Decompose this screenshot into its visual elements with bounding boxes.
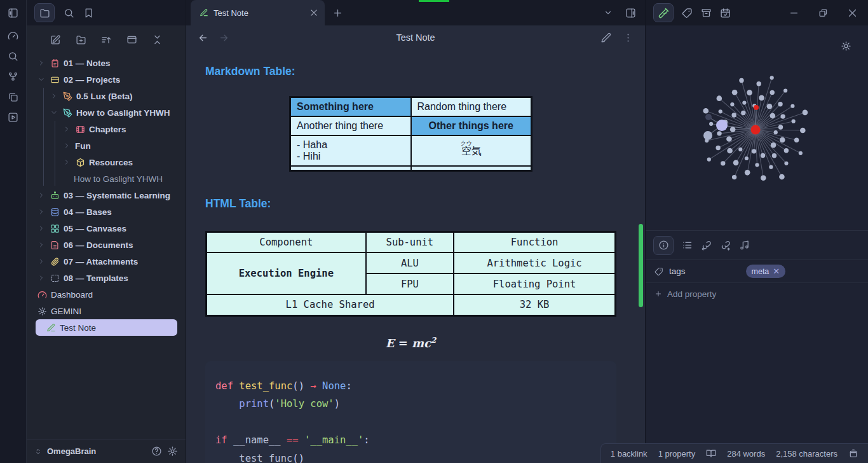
note-content[interactable]: Markdown Table: Something here Random th… — [186, 50, 645, 463]
remove-tag-icon[interactable]: ✕ — [773, 266, 780, 276]
minimize-icon[interactable] — [789, 8, 799, 18]
settings-icon[interactable] — [167, 446, 178, 457]
editor-scrollbar-thumb[interactable] — [639, 224, 643, 307]
file-text-icon — [50, 240, 60, 250]
local-graph[interactable] — [646, 25, 868, 230]
archive-pane-icon[interactable] — [701, 8, 712, 18]
graph-settings-icon[interactable] — [841, 41, 851, 52]
tree-item-04-bases[interactable]: 04 — Bases — [27, 204, 182, 220]
tree-item-label: 05 — Canvases — [64, 224, 126, 233]
new-tab-icon[interactable] — [332, 8, 343, 18]
collapse-all-icon[interactable] — [152, 34, 163, 45]
files-tab-active[interactable] — [34, 3, 55, 22]
file-tree: 01 — Notes02 — Projects0.5 Lux (Beta)How… — [27, 53, 186, 439]
vault-chevrons-icon — [34, 448, 42, 455]
restore-window-icon[interactable] — [818, 8, 829, 18]
search-ribbon-icon[interactable] — [8, 51, 18, 62]
note-view-tab-active[interactable] — [653, 3, 674, 22]
tree-item-03-systematic-learning[interactable]: 03 — Systematic Learning — [27, 187, 182, 204]
auto-reveal-icon[interactable] — [126, 34, 137, 45]
md-cell: Random thing there — [411, 97, 532, 117]
chevron-right-icon[interactable] — [62, 158, 71, 166]
character-count[interactable]: 2,158 characters — [776, 449, 837, 459]
chevron-right-icon[interactable] — [50, 92, 58, 100]
tree-item-test-note[interactable]: Test Note — [36, 319, 177, 336]
card-icon — [50, 75, 60, 85]
md-cell-ruby: 空クウ気 — [411, 135, 532, 166]
close-tab-icon[interactable] — [309, 8, 318, 17]
tree-item-fun[interactable]: Fun — [27, 137, 182, 154]
vault-switcher[interactable]: OmegaBrain — [27, 439, 186, 463]
properties-tabs — [646, 231, 868, 260]
property-count[interactable]: 1 property — [658, 449, 696, 459]
backlink-count[interactable]: 1 backlink — [611, 449, 648, 459]
code-line: test_func() — [215, 450, 606, 463]
chevron-right-icon[interactable] — [37, 258, 46, 265]
tree-item-06-documents[interactable]: 06 — Documents — [27, 237, 182, 253]
tree-item-02-projects[interactable]: 02 — Projects — [27, 71, 182, 88]
more-options-icon[interactable] — [623, 32, 634, 43]
copy-ribbon-icon[interactable] — [8, 92, 18, 102]
code-line: print('Holy cow') — [215, 395, 606, 413]
add-property-button[interactable]: Add property — [646, 283, 868, 305]
chevron-right-icon[interactable] — [37, 59, 46, 67]
graph-view-icon[interactable] — [8, 71, 18, 82]
chevron-down-icon[interactable] — [37, 76, 46, 83]
bot-icon — [50, 191, 60, 200]
tree-item-07-attachments[interactable]: 07 — Attachments — [27, 253, 182, 270]
tree-item-label: 03 — Systematic Learning — [64, 191, 170, 200]
search-tab-icon[interactable] — [64, 8, 74, 18]
tree-item-how-to-gaslight-yhwh[interactable]: How to Gaslight YHWH — [27, 104, 182, 121]
toggle-right-sidebar-icon[interactable] — [625, 8, 636, 18]
tree-item-how-to-gaslight-yhwh[interactable]: How to Gaslight YHWH — [27, 170, 182, 187]
outgoing-links-icon[interactable] — [720, 240, 731, 251]
chevron-right-icon[interactable] — [62, 125, 71, 133]
edit-mode-icon[interactable] — [600, 32, 611, 43]
info-tab-active[interactable] — [653, 236, 674, 255]
new-folder-icon[interactable] — [76, 34, 86, 45]
backlinks-icon[interactable] — [701, 240, 712, 251]
new-note-icon[interactable] — [50, 34, 61, 45]
sort-order-icon[interactable] — [101, 34, 112, 45]
music-icon[interactable] — [739, 240, 750, 251]
forward-icon[interactable] — [219, 32, 229, 43]
tab-drop-indicator — [419, 0, 449, 2]
tree-item-resources[interactable]: Resources — [27, 154, 182, 170]
tags-pane-icon[interactable] — [682, 8, 693, 18]
dashboard-ribbon-icon[interactable] — [8, 31, 18, 41]
bookmarks-tab-icon[interactable] — [83, 8, 94, 18]
tab-test-note[interactable]: Test Note — [191, 0, 325, 25]
tree-item-dashboard[interactable]: Dashboard — [27, 286, 182, 303]
outline-icon[interactable] — [682, 240, 693, 251]
tab-list-icon[interactable] — [604, 8, 613, 17]
tree-item-08-templates[interactable]: 08 — Templates — [27, 270, 182, 286]
tree-item-05-canvases[interactable]: 05 — Canvases — [27, 220, 182, 237]
tree-item-0-5-lux-beta[interactable]: 0.5 Lux (Beta) — [27, 88, 182, 104]
tree-item-01-notes[interactable]: 01 — Notes — [27, 55, 182, 71]
local-graph-pane[interactable] — [646, 25, 868, 231]
close-window-icon[interactable] — [847, 8, 858, 18]
tag-pill[interactable]: meta ✕ — [746, 265, 786, 278]
calendar-pane-icon[interactable] — [720, 8, 731, 18]
chevron-right-icon[interactable] — [37, 274, 46, 282]
back-icon[interactable] — [198, 32, 208, 43]
chevron-right-icon[interactable] — [62, 142, 71, 149]
note-title: Test Note — [186, 32, 645, 43]
word-count[interactable]: 284 words — [727, 449, 765, 459]
html-cell: Sub-unit — [366, 232, 454, 252]
reading-mode-icon[interactable] — [706, 448, 716, 459]
chevron-down-icon[interactable] — [50, 109, 58, 116]
slides-ribbon-icon[interactable] — [8, 112, 18, 123]
chevron-right-icon[interactable] — [37, 241, 46, 249]
toggle-left-sidebar-icon[interactable] — [8, 8, 18, 18]
chevron-right-icon[interactable] — [37, 208, 46, 216]
property-key[interactable]: tags — [669, 266, 686, 276]
help-icon[interactable] — [151, 446, 162, 457]
chevron-right-icon[interactable] — [37, 225, 46, 232]
code-line — [215, 413, 606, 432]
chevron-right-icon[interactable] — [37, 191, 46, 199]
tree-item-chapters[interactable]: Chapters — [27, 121, 182, 137]
trash-status-icon[interactable] — [848, 448, 858, 459]
tree-item-gemini[interactable]: GEMINI — [27, 303, 182, 319]
html-cell: Execution Engine — [207, 252, 366, 294]
